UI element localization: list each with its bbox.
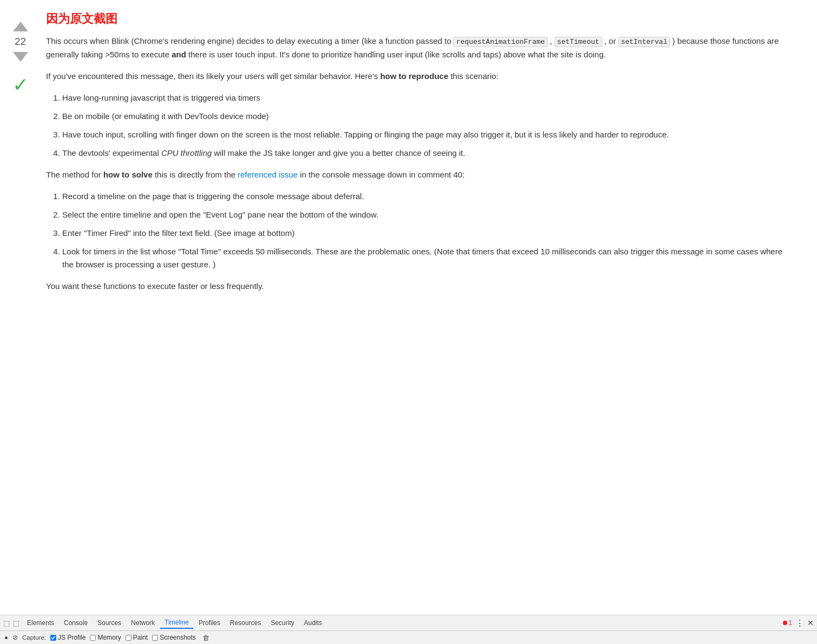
main-content: 因为原文截图 This occurs when Blink (Chrome's … <box>41 5 798 312</box>
reproduce-text-2: this scenario: <box>449 71 499 81</box>
step3-text: Have touch input, scrolling with finger … <box>62 130 669 139</box>
solve-paragraph: The method for how to solve this is dire… <box>46 168 787 181</box>
tab-network[interactable]: Network <box>127 617 159 628</box>
vote-count: 22 <box>15 36 26 48</box>
tab-security[interactable]: Security <box>266 617 298 628</box>
solve-text-1: The method for <box>46 170 103 179</box>
js-profile-label: JS Profile <box>58 634 85 641</box>
toolbar-dot: ● <box>4 634 8 641</box>
devtools-cursor-icon[interactable]: ⬚ <box>3 619 10 627</box>
trash-icon[interactable]: 🗑 <box>202 634 209 642</box>
solve-text-3: in the console message down in comment 4… <box>298 170 465 179</box>
devtools-bar: ⬚ ⬚ Elements Console Sources Network Tim… <box>0 615 817 644</box>
toolbar-capture-icon: ⊘ <box>12 634 18 641</box>
step4-text-2: will make the JS take longer and give yo… <box>212 148 465 157</box>
js-profile-checkbox[interactable] <box>50 635 56 641</box>
intro-sep1: , <box>548 36 555 45</box>
toolbar-capture-label: Capture: <box>22 634 46 641</box>
vote-up-button[interactable] <box>13 22 28 31</box>
screenshots-label: Screenshots <box>160 634 196 641</box>
reproduce-steps: Have long-running javascript that is tri… <box>46 91 787 160</box>
final-text: You want these functions to execute fast… <box>46 281 264 291</box>
list-item: Have touch input, scrolling with finger … <box>62 128 787 141</box>
intro-text-3: there is user touch input. It's done to … <box>186 50 606 59</box>
devtools-toolbar-row: ● ⊘ Capture: JS Profile Memory Paint Scr… <box>0 631 817 644</box>
devtools-right-controls: 1 ⋮ ✕ <box>783 618 814 628</box>
vote-sidebar: 22 ✓ <box>0 5 41 312</box>
paint-checkbox[interactable] <box>126 635 131 641</box>
devtools-tabs-row: ⬚ ⬚ Elements Console Sources Network Tim… <box>0 615 817 631</box>
intro-sep2: , or <box>602 36 618 45</box>
paint-label: Paint <box>133 634 148 641</box>
devtools-menu-button[interactable]: ⋮ <box>795 618 804 628</box>
list-item: Enter "Timer Fired" into the filter text… <box>62 227 787 240</box>
step4-italic: CPU throttling <box>161 148 212 157</box>
tab-profiles[interactable]: Profiles <box>194 617 225 628</box>
step4-text-1: The devtools' experimental <box>62 148 161 157</box>
tab-audits[interactable]: Audits <box>300 617 326 628</box>
final-paragraph: You want these functions to execute fast… <box>46 280 787 293</box>
tab-console[interactable]: Console <box>60 617 92 628</box>
devtools-close-button[interactable]: ✕ <box>807 619 814 627</box>
memory-label: Memory <box>97 634 121 641</box>
screenshots-checkbox[interactable] <box>152 635 158 641</box>
reproduce-paragraph: If you've encountered this message, then… <box>46 70 787 83</box>
solve-step3: Enter "Timer Fired" into the filter text… <box>62 228 294 238</box>
intro-bold-and: and <box>172 50 186 59</box>
intro-text-1: This occurs when Blink (Chrome's renderi… <box>46 36 453 45</box>
js-profile-checkbox-label[interactable]: JS Profile <box>50 634 85 641</box>
tab-resources[interactable]: Resources <box>226 617 265 628</box>
solve-text-2: this is directly from the <box>153 170 238 179</box>
list-item: Select the entire timeline and open the … <box>62 208 787 221</box>
accepted-checkmark: ✓ <box>12 74 29 96</box>
list-item: Be on mobile (or emulating it with DevTo… <box>62 110 787 123</box>
list-item: The devtools' experimental CPU throttlin… <box>62 147 787 160</box>
step1-text: Have long-running javascript that is tri… <box>62 93 260 102</box>
vote-down-button[interactable] <box>13 52 28 62</box>
list-item: Have long-running javascript that is tri… <box>62 91 787 104</box>
paint-checkbox-label[interactable]: Paint <box>126 634 148 641</box>
reproduce-bold: how to reproduce <box>380 71 449 81</box>
screenshots-checkbox-label[interactable]: Screenshots <box>152 634 196 641</box>
referenced-issue-link[interactable]: referenced issue <box>238 170 298 179</box>
memory-checkbox[interactable] <box>90 635 96 641</box>
reproduce-text-1: If you've encountered this message, then… <box>46 71 380 81</box>
error-number: 1 <box>788 619 792 627</box>
tab-elements[interactable]: Elements <box>23 617 58 628</box>
tab-sources[interactable]: Sources <box>93 617 126 628</box>
error-dot <box>783 621 787 625</box>
list-item: Record a timeline on the page that is tr… <box>62 190 787 203</box>
vote-controls: 22 ✓ <box>12 22 29 96</box>
intro-paragraph: This occurs when Blink (Chrome's renderi… <box>46 35 787 61</box>
memory-checkbox-label[interactable]: Memory <box>90 634 121 641</box>
code-raf: requestAnimationFrame <box>453 37 548 47</box>
page-title: 因为原文截图 <box>46 11 787 27</box>
step2-text: Be on mobile (or emulating it with DevTo… <box>62 111 269 121</box>
solve-steps: Record a timeline on the page that is tr… <box>46 190 787 271</box>
solve-step2: Select the entire timeline and open the … <box>62 210 378 219</box>
code-settimeout: setTimeout <box>555 37 602 47</box>
solve-bold: how to solve <box>103 170 153 179</box>
list-item: Look for timers in the list whose "Total… <box>62 245 787 271</box>
tab-timeline[interactable]: Timeline <box>160 617 193 629</box>
solve-step1: Record a timeline on the page that is tr… <box>62 192 364 201</box>
devtools-device-icon[interactable]: ⬚ <box>13 619 19 627</box>
error-count: 1 <box>783 619 792 627</box>
code-setinterval: setInterval <box>618 37 670 47</box>
solve-step4: Look for timers in the list whose "Total… <box>62 247 782 269</box>
